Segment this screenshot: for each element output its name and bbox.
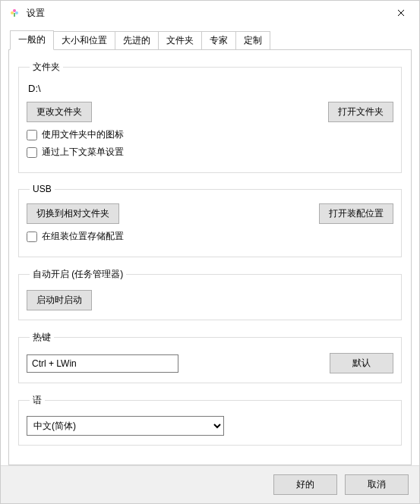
tab-expert[interactable]: 专家 bbox=[201, 31, 236, 50]
via-context-input[interactable] bbox=[27, 147, 37, 158]
use-icons-label: 使用文件夹中的图标 bbox=[42, 128, 124, 141]
tab-custom[interactable]: 定制 bbox=[235, 31, 270, 50]
via-context-label: 通过上下文菜单设置 bbox=[42, 146, 124, 159]
group-folder-legend: 文件夹 bbox=[30, 61, 63, 74]
store-config-label: 在组装位置存储配置 bbox=[42, 230, 124, 243]
group-language-legend: 语 bbox=[30, 394, 45, 407]
hotkey-input[interactable] bbox=[27, 354, 178, 373]
use-icons-checkbox[interactable]: 使用文件夹中的图标 bbox=[27, 128, 393, 141]
ok-button[interactable]: 好的 bbox=[273, 474, 337, 495]
switch-relative-folder-button[interactable]: 切换到相对文件夹 bbox=[27, 203, 119, 224]
group-hotkey-legend: 热键 bbox=[30, 331, 54, 344]
app-icon bbox=[8, 7, 21, 19]
folder-path: D:\ bbox=[28, 83, 393, 94]
settings-window: 设置 一般的 大小和位置 先进的 文件夹 专家 定制 文件夹 D:\ 更改文件夹… bbox=[0, 0, 420, 504]
svg-point-1 bbox=[11, 11, 14, 14]
group-folder: 文件夹 D:\ 更改文件夹 打开文件夹 使用文件夹中的图标 通过上下文菜单设置 bbox=[18, 61, 402, 173]
tab-folders[interactable]: 文件夹 bbox=[158, 31, 202, 50]
svg-point-2 bbox=[15, 11, 18, 14]
group-autostart: 自动开启 (任务管理器) 启动时启动 bbox=[18, 268, 402, 320]
close-button[interactable] bbox=[386, 2, 416, 24]
group-autostart-legend: 自动开启 (任务管理器) bbox=[30, 268, 126, 281]
tabpanel-general: 文件夹 D:\ 更改文件夹 打开文件夹 使用文件夹中的图标 通过上下文菜单设置 … bbox=[8, 49, 412, 465]
tab-size-position[interactable]: 大小和位置 bbox=[53, 31, 115, 50]
open-assembly-location-button[interactable]: 打开装配位置 bbox=[319, 203, 393, 224]
tabstrip: 一般的 大小和位置 先进的 文件夹 专家 定制 bbox=[8, 31, 412, 49]
startup-button[interactable]: 启动时启动 bbox=[27, 290, 92, 310]
tab-general[interactable]: 一般的 bbox=[10, 30, 54, 50]
use-icons-input[interactable] bbox=[27, 130, 37, 140]
hotkey-default-button[interactable]: 默认 bbox=[330, 353, 393, 373]
close-icon bbox=[397, 7, 405, 19]
via-context-checkbox[interactable]: 通过上下文菜单设置 bbox=[27, 146, 393, 159]
window-title: 设置 bbox=[27, 7, 386, 20]
language-select[interactable]: 中文(简体) bbox=[27, 416, 224, 436]
group-language: 语 中文(简体) bbox=[18, 394, 402, 446]
open-folder-button[interactable]: 打开文件夹 bbox=[328, 102, 393, 122]
dialog-footer: 好的 取消 bbox=[1, 465, 419, 503]
group-hotkey: 热键 默认 bbox=[18, 331, 402, 383]
svg-point-0 bbox=[13, 9, 16, 12]
client-area: 一般的 大小和位置 先进的 文件夹 专家 定制 文件夹 D:\ 更改文件夹 打开… bbox=[1, 25, 419, 465]
tab-advanced[interactable]: 先进的 bbox=[115, 31, 159, 50]
titlebar: 设置 bbox=[1, 1, 419, 25]
group-usb-legend: USB bbox=[30, 184, 55, 194]
cancel-button[interactable]: 取消 bbox=[345, 474, 409, 495]
store-config-input[interactable] bbox=[27, 232, 37, 242]
change-folder-button[interactable]: 更改文件夹 bbox=[27, 102, 92, 122]
svg-rect-3 bbox=[14, 13, 15, 17]
store-config-checkbox[interactable]: 在组装位置存储配置 bbox=[27, 230, 393, 243]
group-usb: USB 切换到相对文件夹 打开装配位置 在组装位置存储配置 bbox=[18, 184, 402, 257]
